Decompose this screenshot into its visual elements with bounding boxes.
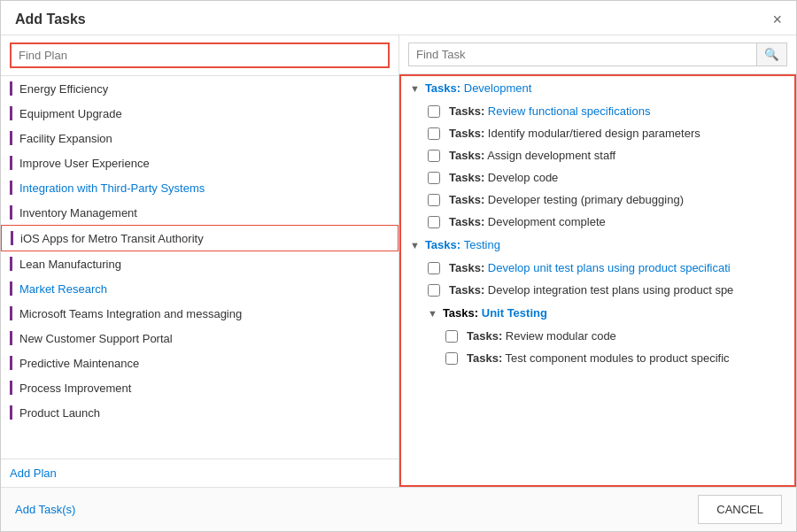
plan-item[interactable]: Inventory Management xyxy=(1,200,398,225)
task-checkbox[interactable] xyxy=(445,330,458,343)
plan-item[interactable]: Improve User Experience xyxy=(1,150,398,175)
add-plan-link[interactable]: Add Plan xyxy=(1,459,398,487)
plan-label: Facility Expansion xyxy=(19,132,112,145)
task-row: Tasks: Review modular code xyxy=(401,325,794,347)
task-row: Tasks: Developer testing (primary debugg… xyxy=(401,189,794,211)
plan-accent xyxy=(10,257,12,271)
plan-label: Equipment Upgrade xyxy=(19,107,122,120)
section-label: Tasks: Testing xyxy=(425,238,500,251)
plan-label: Predictive Maintenance xyxy=(19,357,139,370)
task-row: Tasks: Review functional specifications xyxy=(401,100,794,122)
plan-item[interactable]: New Customer Support Portal xyxy=(1,326,398,351)
plan-accent xyxy=(10,356,12,370)
close-button[interactable]: × xyxy=(772,12,782,27)
task-search-input[interactable] xyxy=(408,42,757,66)
plan-label: Improve User Experience xyxy=(19,157,150,170)
plan-accent xyxy=(10,131,12,145)
plan-accent xyxy=(10,181,12,195)
task-text: Tasks: Review functional specifications xyxy=(449,104,650,118)
task-checkbox[interactable] xyxy=(428,105,440,118)
plan-item[interactable]: Facility Expansion xyxy=(1,126,398,150)
task-text: Tasks: Development complete xyxy=(449,215,606,228)
plan-label: Lean Manufacturing xyxy=(19,258,121,271)
collapse-arrow: ▼ xyxy=(410,240,420,251)
task-row: Tasks: Develop unit test plans using pro… xyxy=(401,257,794,279)
plan-item[interactable]: iOS Apps for Metro Transit Authority xyxy=(1,225,398,251)
task-checkbox[interactable] xyxy=(428,127,440,140)
task-row: Tasks: Develop code xyxy=(401,166,794,189)
task-checkbox[interactable] xyxy=(445,352,458,365)
plan-accent xyxy=(10,81,12,96)
plan-accent xyxy=(10,381,12,395)
plan-item[interactable]: Equipment Upgrade xyxy=(1,101,398,126)
plan-item[interactable]: Predictive Maintenance xyxy=(1,351,398,375)
plan-accent xyxy=(10,331,12,345)
plan-search-container xyxy=(1,35,398,76)
plan-item[interactable]: Market Research xyxy=(1,276,398,301)
task-checkbox[interactable] xyxy=(428,194,440,206)
task-checkbox[interactable] xyxy=(428,216,440,228)
plan-item[interactable]: Energy Efficiency xyxy=(1,76,398,101)
plan-label: Energy Efficiency xyxy=(19,82,108,96)
task-row: Tasks: Assign development staff xyxy=(401,144,794,166)
right-panel: 🔍 ▼Tasks: DevelopmentTasks: Review funct… xyxy=(399,35,796,487)
plan-label: Product Launch xyxy=(19,406,100,420)
sub-section-label: Tasks: Unit Testing xyxy=(443,306,547,320)
plan-accent xyxy=(11,231,13,245)
sub-collapse-arrow: ▼ xyxy=(428,308,437,319)
plan-item[interactable]: Microsoft Teams Integration and messagin… xyxy=(1,301,398,326)
dialog-footer: Add Task(s) CANCEL xyxy=(1,487,796,531)
plan-search-input[interactable] xyxy=(10,42,390,68)
plan-accent xyxy=(10,156,12,170)
task-checkbox[interactable] xyxy=(428,150,440,162)
plan-label: New Customer Support Portal xyxy=(19,332,173,345)
task-text: Tasks: Assign development staff xyxy=(449,149,615,162)
plan-label: Integration with Third-Party Systems xyxy=(19,181,205,195)
plan-accent xyxy=(10,205,12,220)
cancel-button[interactable]: CANCEL xyxy=(698,495,782,524)
task-row: Tasks: Development complete xyxy=(401,211,794,233)
task-text: Tasks: Develop unit test plans using pro… xyxy=(449,261,731,274)
task-list: ▼Tasks: DevelopmentTasks: Review functio… xyxy=(399,74,796,487)
task-row: Tasks: Test component modules to product… xyxy=(401,347,794,369)
plan-item[interactable]: Product Launch xyxy=(1,400,398,425)
plan-label: Inventory Management xyxy=(19,206,137,220)
task-checkbox[interactable] xyxy=(428,284,440,297)
section-label: Tasks: Development xyxy=(425,81,531,95)
dialog-header: Add Tasks × xyxy=(1,1,796,35)
left-panel: Energy EfficiencyEquipment UpgradeFacili… xyxy=(1,35,399,487)
plan-accent xyxy=(10,306,12,320)
plan-list: Energy EfficiencyEquipment UpgradeFacili… xyxy=(1,76,398,459)
task-checkbox[interactable] xyxy=(428,262,440,274)
task-text: Tasks: Develop integration test plans us… xyxy=(449,283,733,297)
task-row: Tasks: Develop integration test plans us… xyxy=(401,279,794,301)
plan-accent xyxy=(10,405,12,420)
add-tasks-dialog: Add Tasks × Energy EfficiencyEquipment U… xyxy=(0,0,797,532)
task-text: Tasks: Identify modular/tiered design pa… xyxy=(449,127,700,140)
plan-label: iOS Apps for Metro Transit Authority xyxy=(20,232,204,245)
task-text: Tasks: Develop code xyxy=(449,171,558,184)
task-row: Tasks: Identify modular/tiered design pa… xyxy=(401,122,794,144)
collapse-arrow: ▼ xyxy=(410,83,420,94)
task-text: Tasks: Review modular code xyxy=(467,329,616,343)
plan-label: Microsoft Teams Integration and messagin… xyxy=(19,307,242,320)
plan-label: Market Research xyxy=(19,282,107,296)
task-search-container: 🔍 xyxy=(399,35,796,74)
plan-item[interactable]: Lean Manufacturing xyxy=(1,251,398,276)
plan-accent xyxy=(10,281,12,296)
sub-section-header[interactable]: ▼Tasks: Unit Testing xyxy=(401,301,794,325)
plan-accent xyxy=(10,106,12,120)
add-tasks-button[interactable]: Add Task(s) xyxy=(15,503,75,516)
plan-item[interactable]: Process Improvement xyxy=(1,375,398,400)
dialog-title: Add Tasks xyxy=(15,12,86,27)
task-checkbox[interactable] xyxy=(428,172,440,184)
task-section-header[interactable]: ▼Tasks: Testing xyxy=(401,233,794,257)
dialog-body: Energy EfficiencyEquipment UpgradeFacili… xyxy=(1,35,796,487)
task-text: Tasks: Test component modules to product… xyxy=(467,351,730,365)
plan-item[interactable]: Integration with Third-Party Systems xyxy=(1,175,398,200)
plan-label: Process Improvement xyxy=(19,382,131,395)
task-search-button[interactable]: 🔍 xyxy=(757,42,787,66)
task-text: Tasks: Developer testing (primary debugg… xyxy=(449,193,684,206)
task-section-header[interactable]: ▼Tasks: Development xyxy=(401,76,794,100)
